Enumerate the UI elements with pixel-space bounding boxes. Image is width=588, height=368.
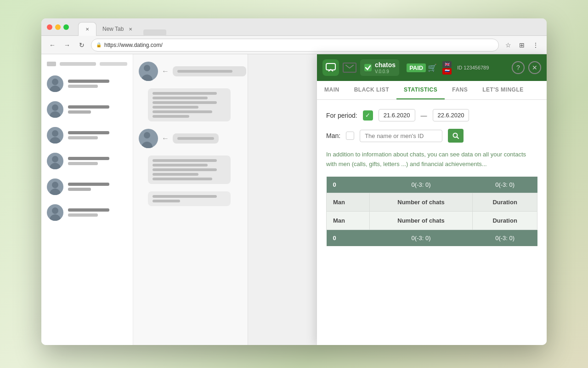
- maximize-window-button[interactable]: [63, 24, 69, 30]
- chatos-logo-area: chatos V.0.0.9: [360, 59, 399, 76]
- avatar: [47, 101, 63, 118]
- list-item[interactable]: [47, 75, 127, 92]
- table-total-row-top: 0 0(-3: 0) 0(-3: 0): [327, 177, 537, 193]
- header-text2: [100, 62, 127, 66]
- message-group: ←: [139, 62, 246, 81]
- tab-main[interactable]: MAIN: [317, 81, 347, 99]
- chatos-id-section: 🇬🇧 🇷🇺: [442, 61, 452, 75]
- browser-actions: ☆ ⊞ ⋮: [503, 40, 541, 51]
- tab-blacklist[interactable]: BLACK LIST: [347, 81, 396, 99]
- avatar: [139, 129, 158, 148]
- info-text: In addition to information about chats, …: [326, 150, 537, 169]
- total-col3: 0(-3: 0): [473, 177, 537, 193]
- chatos-header: chatos V.0.0.9 PAID 🛒 🇬🇧 🇷🇺: [317, 54, 547, 81]
- email-icon: [343, 63, 356, 73]
- avatar: [139, 62, 158, 81]
- message-bubble: [173, 133, 219, 144]
- search-icon: [452, 132, 459, 139]
- back-button[interactable]: ←: [47, 40, 58, 51]
- chat-panel: ←: [41, 54, 248, 345]
- new-tab-close-icon[interactable]: ✕: [127, 26, 134, 32]
- man-label: Man:: [326, 132, 340, 139]
- close-panel-button[interactable]: ✕: [528, 61, 541, 74]
- list-item[interactable]: [47, 101, 127, 118]
- chat-list-header: [47, 62, 127, 66]
- chatos-chat-icon: [322, 59, 339, 76]
- message-bubble: [148, 155, 231, 184]
- browser-titlebar: ✕ New Tab ✕: [41, 18, 547, 36]
- list-item-name: [68, 105, 109, 109]
- data-man: Man: [327, 211, 370, 230]
- message-bubble: [173, 66, 246, 76]
- header-duration-1: Duration: [473, 193, 537, 211]
- chatos-paid-section: PAID 🛒: [407, 63, 437, 72]
- subtotal-col1: 0: [327, 230, 370, 246]
- period-filter-row: For period: ✓ 21.6.2020 — 22.6.2020: [326, 109, 537, 121]
- list-item[interactable]: [47, 153, 127, 169]
- message-arrow-icon: ←: [162, 134, 169, 143]
- message-arrow-icon: ←: [162, 67, 169, 75]
- list-item[interactable]: [47, 178, 127, 195]
- list-item[interactable]: [47, 127, 127, 144]
- date-from-input[interactable]: 21.6.2020: [379, 109, 415, 121]
- chatos-brand: chatos V.0.0.9: [375, 61, 396, 74]
- list-item[interactable]: [47, 204, 127, 221]
- message-bubble: [148, 191, 231, 206]
- tab-statistics[interactable]: STATISTICS: [396, 81, 445, 99]
- help-button[interactable]: ?: [512, 61, 525, 74]
- subtotal-col2: 0(-3: 0): [369, 230, 472, 246]
- subtotal-col3: 0(-3: 0): [473, 230, 537, 246]
- chatos-name: chatos: [375, 61, 396, 69]
- tab-fans[interactable]: FANS: [445, 81, 475, 99]
- period-checkbox[interactable]: ✓: [363, 110, 373, 121]
- date-separator: —: [421, 112, 427, 119]
- period-label: For period:: [326, 112, 357, 119]
- browser-tabs: ✕ New Tab ✕: [78, 18, 166, 36]
- svg-line-3: [457, 137, 459, 139]
- chat-messages: ←: [133, 54, 248, 345]
- reload-button[interactable]: ↻: [76, 40, 87, 51]
- extensions-button[interactable]: ⊞: [516, 40, 527, 51]
- browser-window: ✕ New Tab ✕ ← → ↻ 🔒 https://www.dating.c…: [41, 18, 547, 345]
- search-button[interactable]: [448, 129, 464, 143]
- statistics-table: 0 0(-3: 0) 0(-3: 0) Man Number of chats …: [326, 177, 537, 246]
- table-data-row: Man Number of chats Duration: [327, 211, 537, 230]
- total-col2: 0(-3: 0): [369, 177, 472, 193]
- list-item-name: [68, 80, 109, 83]
- tab-lets-mingle[interactable]: LET'S MINGLE: [475, 81, 531, 99]
- list-item-name: [68, 157, 109, 160]
- forward-button[interactable]: →: [62, 40, 73, 51]
- traffic-lights: [47, 24, 69, 30]
- menu-button[interactable]: ⋮: [530, 40, 541, 51]
- list-item-preview: [68, 162, 98, 165]
- list-item-preview: [68, 213, 98, 217]
- bookmark-button[interactable]: ☆: [503, 40, 514, 51]
- browser-toolbar: ← → ↻ 🔒 https://www.dating.com/ ☆ ⊞ ⋮: [41, 36, 547, 54]
- data-duration: Duration: [473, 211, 537, 230]
- list-item-preview: [68, 136, 98, 139]
- paid-badge: PAID: [407, 63, 426, 72]
- man-search-input[interactable]: [360, 130, 442, 142]
- address-bar[interactable]: 🔒 https://www.dating.com/: [91, 39, 499, 52]
- minimize-window-button[interactable]: [55, 24, 61, 30]
- data-num-chats: Number of chats: [369, 211, 472, 230]
- chatos-logo-icon: [364, 63, 372, 72]
- total-col1: 0: [327, 177, 370, 193]
- avatar: [47, 127, 63, 144]
- list-item-name: [68, 183, 109, 186]
- man-checkbox[interactable]: [346, 132, 354, 140]
- list-item-preview: [68, 85, 98, 88]
- tab-active[interactable]: ✕: [78, 22, 96, 36]
- browser-content: ←: [41, 54, 547, 345]
- message-bubble: [148, 88, 231, 121]
- tab-close-icon[interactable]: ✕: [84, 26, 90, 32]
- date-to-input[interactable]: 22.6.2020: [433, 109, 469, 121]
- header-bar: [47, 62, 56, 66]
- statistics-content: For period: ✓ 21.6.2020 — 22.6.2020 Man:: [317, 100, 547, 345]
- close-window-button[interactable]: [47, 24, 52, 30]
- new-tab-label: New Tab: [102, 26, 124, 32]
- header-man-1: Man: [327, 193, 370, 211]
- tab-new-tab[interactable]: New Tab ✕: [96, 22, 140, 36]
- secure-icon: 🔒: [96, 42, 102, 47]
- message-bubble-right: [139, 88, 246, 121]
